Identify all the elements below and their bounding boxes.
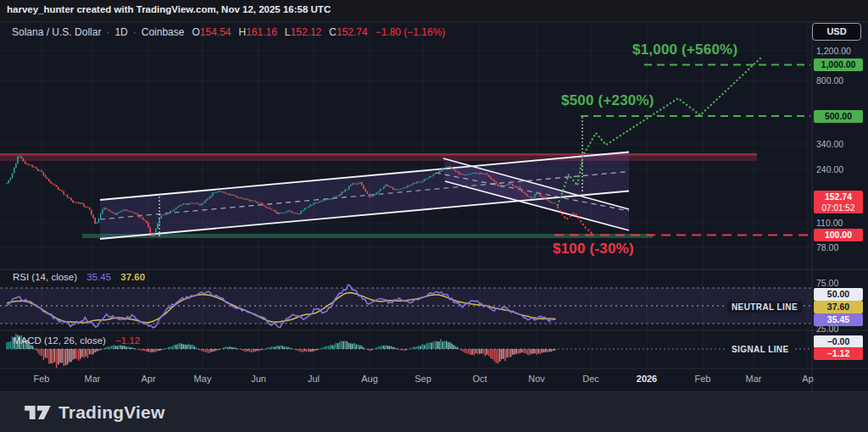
ohlc-value: 154.54 — [200, 26, 231, 38]
price-tick: 78.00 — [816, 242, 838, 252]
attribution-bar: harvey_hunter created with TradingView.c… — [0, 0, 868, 22]
time-axis-label: Mar — [746, 374, 762, 384]
exchange-label: Coinbase — [142, 26, 185, 38]
ohlc-value: 152.74 — [337, 26, 368, 38]
rsi-ma-value: 37.60 — [120, 272, 145, 282]
neutral-line-tag: NEUTRAL LINE — [727, 302, 802, 313]
ohlc-values: O154.54H161.16L152.12C152.74 — [184, 26, 367, 38]
ohlc-key: O — [192, 26, 199, 38]
time-axis-label: Feb — [34, 374, 50, 384]
rsi-name: RSI (14, close) — [13, 272, 77, 282]
macd-value: −1.12 — [115, 335, 140, 346]
time-axis-label: Sep — [415, 374, 431, 384]
attribution-text: harvey_hunter created with TradingView.c… — [7, 4, 331, 14]
symbol-status-line[interactable]: Solana / U.S. Dollar·1D·CoinbaseO154.54H… — [12, 26, 445, 38]
rsi-value-badge: 35.45 — [814, 313, 863, 326]
price-tick: 800.00 — [816, 75, 843, 86]
price-tick: 340.00 — [816, 139, 843, 149]
separator-dot: · — [106, 26, 109, 38]
target-500-label[interactable]: $500 (+230%) — [561, 92, 654, 109]
time-axis-label: Oct — [472, 374, 487, 384]
price-tick: 110.00 — [816, 218, 843, 228]
price-tick: 240.00 — [816, 164, 843, 174]
time-axis-label: Mar — [85, 374, 101, 384]
rsi-indicator-label[interactable]: RSI (14, close) 35.45 37.60 — [13, 272, 145, 282]
ohlc-value: 152.12 — [291, 26, 322, 38]
time-axis-label: 2026 — [637, 374, 657, 384]
ohlc-value: 161.16 — [246, 26, 277, 38]
tradingview-logo-text[interactable]: TradingView — [58, 402, 165, 423]
price-chart-canvas[interactable] — [0, 0, 868, 432]
macd-name: MACD (12, 26, close) — [13, 335, 106, 346]
price-level-badge: 152.7407:01:52 — [814, 191, 863, 213]
rsi-tick: 75.00 — [816, 278, 838, 288]
symbol-title[interactable]: Solana / U.S. Dollar — [12, 26, 101, 38]
macd-indicator-label[interactable]: MACD (12, 26, close) −1.12 — [13, 335, 140, 346]
price-level-badge: 100.00 — [814, 229, 863, 241]
tradingview-chart-window: harvey_hunter created with TradingView.c… — [0, 0, 868, 432]
countdown-timer: 07:01:52 — [814, 203, 863, 213]
time-axis-label: Jul — [308, 374, 320, 384]
macd-value-badge: −1.12 — [814, 347, 863, 360]
target-1000-label[interactable]: $1,000 (+560%) — [632, 42, 737, 58]
ohlc-key: H — [238, 26, 246, 38]
change-value: −1.80 (−1.16%) — [376, 26, 446, 38]
time-axis-label: May — [194, 374, 212, 384]
rsi-value-badge: 50.00 — [814, 288, 863, 301]
macd-value-badge: −0.00 — [814, 335, 863, 348]
rsi-value-badge: 37.60 — [814, 301, 863, 313]
ohlc-key: C — [329, 26, 337, 38]
separator-dot: · — [133, 26, 136, 38]
downside-100-label[interactable]: $100 (-30%) — [553, 241, 634, 258]
time-axis-label: Dec — [582, 374, 599, 384]
time-axis-label: Jun — [251, 374, 266, 384]
tradingview-logo-icon[interactable] — [24, 402, 53, 423]
time-axis-label: Ap — [802, 374, 813, 384]
time-axis-label: Feb — [695, 374, 711, 384]
currency-toggle-button[interactable]: USD — [812, 23, 861, 41]
interval-label[interactable]: 1D — [114, 26, 127, 38]
price-level-badge: 1,000.00 — [814, 58, 863, 71]
signal-line-tag: SIGNAL LINE — [727, 344, 793, 355]
footer-bar: TradingView — [0, 391, 868, 432]
price-tick: 1,200.00 — [816, 46, 851, 56]
ohlc-key: L — [285, 26, 291, 38]
time-axis-label: Aug — [361, 374, 378, 384]
price-level-badge: 500.00 — [814, 110, 863, 123]
rsi-value: 35.45 — [86, 272, 111, 282]
time-axis-label: Apr — [141, 374, 155, 384]
time-axis-label: Nov — [528, 374, 545, 384]
